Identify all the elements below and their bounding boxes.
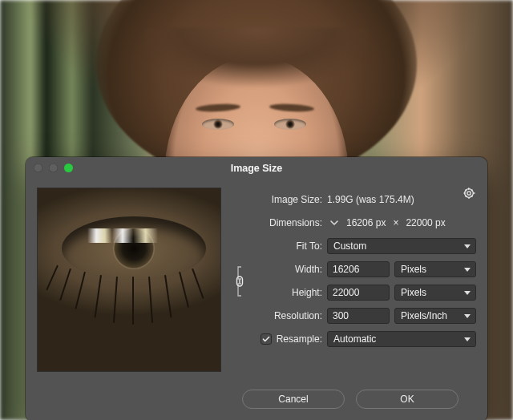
resolution-input[interactable] [327,308,390,324]
bg-eye [274,119,306,130]
fit-to-value: Custom [333,239,366,253]
dialog-title: Image Size [231,163,283,174]
width-input[interactable] [327,261,390,277]
form: Image Size: 1.99G (was 175.4M) Dimension… [232,188,476,372]
resample-method-value: Automatic [333,332,376,346]
height-unit-value: Pixels [401,285,426,300]
resample-label: Resample: [277,333,322,345]
width-unit-select[interactable]: Pixels [394,261,476,277]
fit-to-select[interactable]: Custom [327,238,476,254]
image-size-value: 1.99G (was 175.4M) [327,194,414,205]
gear-icon[interactable] [463,188,476,201]
constrain-proportions-icon[interactable] [233,262,246,301]
window-minimize-button[interactable] [49,164,58,172]
cancel-button[interactable]: Cancel [242,390,345,409]
dimensions-unit-toggle[interactable] [327,219,341,227]
height-unit-select[interactable]: Pixels [394,285,476,301]
width-label: Width: [247,264,322,275]
resolution-label: Resolution: [232,310,322,321]
bg-eye [202,119,234,130]
bg-fringe [144,28,369,116]
dialog-titlebar[interactable]: Image Size [26,157,487,180]
image-size-label: Image Size: [232,194,322,205]
dimensions-height: 22000 px [406,217,445,228]
window-zoom-button[interactable] [64,164,73,172]
height-label: Height: [247,287,322,298]
dimensions-separator: × [390,217,401,228]
dimensions-label: Dimensions: [232,217,322,228]
image-size-dialog: Image Size Image Size: 1.9 [26,157,487,420]
width-unit-value: Pixels [401,262,426,277]
resample-checkbox[interactable] [261,333,272,345]
dimensions-width: 16206 px [346,217,386,228]
resample-method-select[interactable]: Automatic [327,331,476,347]
fit-to-label: Fit To: [232,240,322,252]
ok-button[interactable]: OK [356,390,458,409]
window-close-button[interactable] [34,164,42,172]
resolution-unit-value: Pixels/Inch [401,309,447,323]
svg-point-0 [467,192,471,195]
resolution-unit-select[interactable]: Pixels/Inch [394,308,476,324]
height-input[interactable] [327,285,390,301]
image-preview[interactable] [37,188,221,372]
